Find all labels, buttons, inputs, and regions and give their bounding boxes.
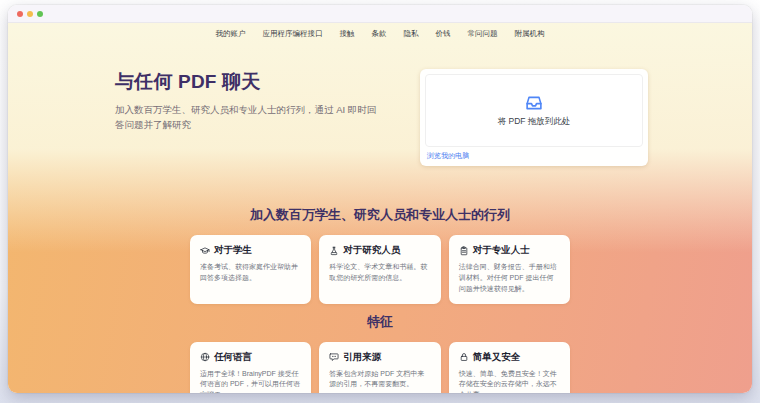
card-any-language: 任何语言 适用于全球！BrainyPDF 接受任何语言的 PDF，并可以用任何语…: [190, 342, 311, 393]
audience-section-heading: 加入数百万学生、研究人员和专业人士的行列: [8, 206, 752, 224]
window-titlebar: [8, 5, 752, 23]
nav-item-contact[interactable]: 接触: [340, 29, 355, 39]
page-content: 我的账户 应用程序编程接口 接触 条款 隐私 价钱 常问问题 附属机构 与任何 …: [8, 23, 752, 393]
page-title: 与任何 PDF 聊天: [115, 69, 385, 95]
clipboard-icon: [459, 246, 469, 256]
nav-item-affiliates[interactable]: 附属机构: [515, 29, 545, 39]
pdf-upload-card: 将 PDF 拖放到此处 浏览我的电脑: [420, 69, 648, 166]
card-body: 准备考试、获得家庭作业帮助并回答多项选择题。: [200, 262, 301, 284]
pdf-dropzone[interactable]: 将 PDF 拖放到此处: [425, 74, 643, 147]
browse-computer-link[interactable]: 浏览我的电脑: [425, 147, 471, 161]
dropzone-label: 将 PDF 拖放到此处: [498, 116, 571, 128]
card-body: 法律合同、财务报告、手册和培训材料。对任何 PDF 提出任何问题并快速获得见解。: [459, 262, 560, 295]
globe-icon: [200, 352, 210, 362]
nav-item-privacy[interactable]: 隐私: [404, 29, 419, 39]
card-title: 任何语言: [214, 351, 252, 364]
card-title-row: 简单又安全: [459, 351, 560, 364]
card-title-row: 对于研究人员: [329, 244, 430, 257]
browser-window: 我的账户 应用程序编程接口 接触 条款 隐私 价钱 常问问题 附属机构 与任何 …: [8, 5, 752, 393]
quote-bubble-icon: [329, 352, 339, 362]
features-section-heading: 特征: [8, 313, 752, 331]
card-title: 对于研究人员: [343, 244, 400, 257]
main-nav: 我的账户 应用程序编程接口 接触 条款 隐私 价钱 常问问题 附属机构: [8, 23, 752, 45]
card-body: 答案包含对原始 PDF 文档中来源的引用，不再需要翻页。: [329, 369, 430, 391]
card-title-row: 对于学生: [200, 244, 301, 257]
hero-subtitle: 加入数百万学生、研究人员和专业人士的行列，通过 AI 即时回答问题并了解研究: [115, 103, 377, 132]
card-body: 快速、简单、免费且安全！文件存储在安全的云存储中，永远不会共享。: [459, 369, 560, 393]
nav-item-terms[interactable]: 条款: [372, 29, 387, 39]
minimize-button[interactable]: [27, 11, 33, 17]
zoom-button[interactable]: [37, 11, 43, 17]
nav-item-faq[interactable]: 常问问题: [468, 29, 498, 39]
feature-cards: 任何语言 适用于全球！BrainyPDF 接受任何语言的 PDF，并可以用任何语…: [190, 342, 570, 393]
lock-icon: [459, 352, 469, 362]
card-title: 引用来源: [343, 351, 381, 364]
card-for-researchers: 对于研究人员 科学论文、学术文章和书籍。获取您的研究所需的信息。: [319, 235, 440, 304]
card-title: 简单又安全: [473, 351, 521, 364]
nav-item-my-account[interactable]: 我的账户: [216, 29, 246, 39]
card-title-row: 引用来源: [329, 351, 430, 364]
close-button[interactable]: [17, 11, 23, 17]
card-body: 科学论文、学术文章和书籍。获取您的研究所需的信息。: [329, 262, 430, 284]
card-title-row: 对于专业人士: [459, 244, 560, 257]
card-body: 适用于全球！BrainyPDF 接受任何语言的 PDF，并可以用任何语言聊天。: [200, 369, 301, 393]
flask-icon: [329, 246, 339, 256]
audience-cards: 对于学生 准备考试、获得家庭作业帮助并回答多项选择题。 对于研究人员 科学论文、…: [190, 235, 570, 304]
hero-section: 与任何 PDF 聊天 加入数百万学生、研究人员和专业人士的行列，通过 AI 即时…: [8, 45, 752, 186]
nav-item-api[interactable]: 应用程序编程接口: [263, 29, 323, 39]
hero-text: 与任何 PDF 聊天 加入数百万学生、研究人员和专业人士的行列，通过 AI 即时…: [115, 69, 385, 132]
card-simple-secure: 简单又安全 快速、简单、免费且安全！文件存储在安全的云存储中，永远不会共享。: [449, 342, 570, 393]
card-title: 对于专业人士: [473, 244, 530, 257]
nav-item-pricing[interactable]: 价钱: [436, 29, 451, 39]
inbox-icon: [524, 93, 544, 113]
card-for-students: 对于学生 准备考试、获得家庭作业帮助并回答多项选择题。: [190, 235, 311, 304]
card-for-professionals: 对于专业人士 法律合同、财务报告、手册和培训材料。对任何 PDF 提出任何问题并…: [449, 235, 570, 304]
graduation-cap-icon: [200, 246, 210, 256]
card-cited-sources: 引用来源 答案包含对原始 PDF 文档中来源的引用，不再需要翻页。: [319, 342, 440, 393]
card-title-row: 任何语言: [200, 351, 301, 364]
card-title: 对于学生: [214, 244, 252, 257]
